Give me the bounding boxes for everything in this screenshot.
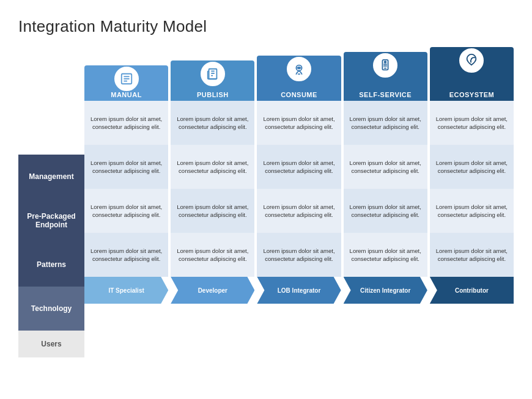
cell-prepackaged-publish: Lorem ipsum dolor sit amet, consectetur …: [171, 145, 254, 189]
row-label-patterns: Patterns: [18, 243, 84, 287]
col-header-publish: PUBLISH: [171, 60, 254, 101]
col-header-manual: MANUAL: [84, 65, 168, 101]
row-label-management: Management: [18, 155, 84, 199]
publish-icon-circle: [199, 60, 226, 87]
row-label-technology: Technology: [18, 287, 84, 331]
cell-management-selfservice: Lorem ipsum dolor sit amet, consectetur …: [344, 101, 427, 145]
data-rows: Lorem ipsum dolor sit amet, consectetur …: [84, 101, 514, 277]
cell-prepackaged-selfservice: Lorem ipsum dolor sit amet, consectetur …: [344, 145, 427, 189]
data-row-management: Lorem ipsum dolor sit amet, consectetur …: [84, 101, 514, 145]
cell-management-consume: Lorem ipsum dolor sit amet, consectetur …: [257, 101, 341, 145]
svg-point-12: [385, 61, 386, 63]
cell-technology-consume: Lorem ipsum dolor sit amet, consectetur …: [257, 233, 341, 277]
users-arrow-citizen-integrator: Citizen Integrator: [344, 277, 427, 304]
users-arrow-developer: Developer: [171, 277, 254, 304]
main-content: Management Pre-Packaged Endpoint Pattern…: [18, 47, 514, 357]
manual-icon-circle: [113, 65, 140, 92]
page-title: Integration Maturity Model: [18, 17, 514, 36]
cell-patterns-selfservice: Lorem ipsum dolor sit amet, consectetur …: [344, 189, 427, 233]
cell-management-publish: Lorem ipsum dolor sit amet, consectetur …: [171, 101, 254, 145]
col-header-selfservice: SELF-SERVICE: [344, 52, 427, 101]
cell-patterns-ecosystem: Lorem ipsum dolor sit amet, consectetur …: [430, 189, 514, 233]
cell-technology-publish: Lorem ipsum dolor sit amet, consectetur …: [171, 233, 254, 277]
cell-technology-selfservice: Lorem ipsum dolor sit amet, consectetur …: [344, 233, 427, 277]
col-header-consume: CONSUME: [257, 56, 341, 101]
cell-patterns-publish: Lorem ipsum dolor sit amet, consectetur …: [171, 189, 254, 233]
cell-technology-ecosystem: Lorem ipsum dolor sit amet, consectetur …: [430, 233, 514, 277]
cell-patterns-manual: Lorem ipsum dolor sit amet, consectetur …: [84, 189, 168, 233]
cell-patterns-consume: Lorem ipsum dolor sit amet, consectetur …: [257, 189, 341, 233]
data-row-patterns: Lorem ipsum dolor sit amet, consectetur …: [84, 189, 514, 233]
col-header-ecosystem: ECOSYSTEM: [430, 47, 514, 101]
row-label-prepackaged: Pre-Packaged Endpoint: [18, 199, 84, 243]
column-headers: MANUAL PUBLISH: [84, 47, 514, 101]
users-arrow-lob-integrator: LOB Integrator: [257, 277, 341, 304]
consume-icon-circle: [286, 56, 312, 82]
users-arrow-contributor: Contributor: [430, 277, 514, 304]
selfservice-icon-circle: [372, 52, 399, 79]
data-row-technology: Lorem ipsum dolor sit amet, consectetur …: [84, 233, 514, 277]
slide: Integration Maturity Model Management Pr…: [0, 0, 532, 399]
cell-technology-manual: Lorem ipsum dolor sit amet, consectetur …: [84, 233, 168, 277]
cell-prepackaged-manual: Lorem ipsum dolor sit amet, consectetur …: [84, 145, 168, 189]
data-row-prepackaged: Lorem ipsum dolor sit amet, consectetur …: [84, 145, 514, 189]
users-arrow-it-specialist: IT Specialist: [84, 277, 168, 304]
cell-management-manual: Lorem ipsum dolor sit amet, consectetur …: [84, 101, 168, 145]
row-label-users: Users: [18, 331, 84, 357]
cell-prepackaged-consume: Lorem ipsum dolor sit amet, consectetur …: [257, 145, 341, 189]
row-labels: Management Pre-Packaged Endpoint Pattern…: [18, 101, 84, 357]
users-row: IT Specialist Developer LOB Integrator C…: [84, 277, 514, 304]
columns-area: MANUAL PUBLISH: [84, 47, 514, 357]
cell-management-ecosystem: Lorem ipsum dolor sit amet, consectetur …: [430, 101, 514, 145]
cell-prepackaged-ecosystem: Lorem ipsum dolor sit amet, consectetur …: [430, 145, 514, 189]
